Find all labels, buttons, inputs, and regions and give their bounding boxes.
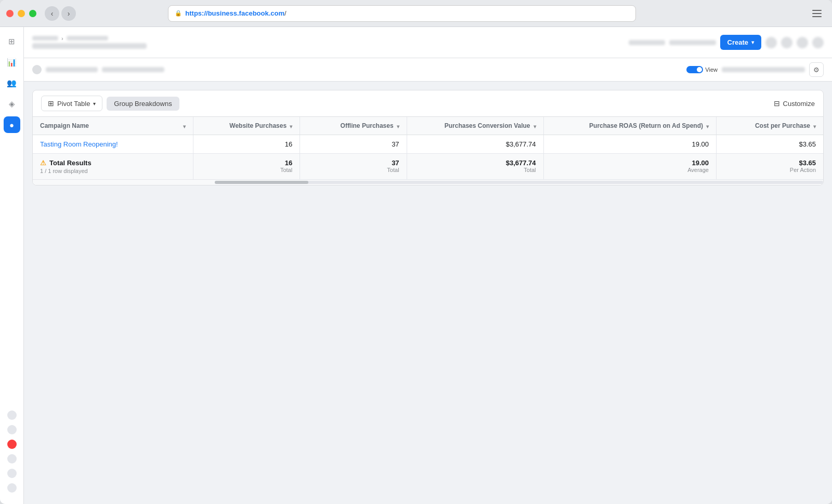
top-right-blurred-2 — [669, 40, 716, 45]
forward-button[interactable]: › — [61, 6, 76, 21]
back-button[interactable]: ‹ — [45, 6, 59, 21]
warning-icon: ⚠ — [40, 159, 46, 167]
top-right-avatar-1 — [765, 37, 777, 48]
col-header-purchases-conversion[interactable]: Purchases Conversion Value ▾ — [407, 117, 543, 135]
nav-buttons: ‹ › — [45, 6, 76, 21]
total-website-purchases: 16 Total — [193, 154, 300, 180]
breadcrumb-separator: › — [61, 35, 63, 42]
scrollbar-thumb[interactable] — [215, 181, 308, 184]
main-area: › Create ▾ — [24, 27, 832, 504]
sub-nav — [32, 43, 147, 50]
minimize-button[interactable] — [18, 10, 25, 17]
col-header-campaign-name[interactable]: Campaign Name ▾ — [33, 117, 193, 135]
top-bar: › Create ▾ — [24, 27, 832, 58]
scrollbar-track — [215, 181, 823, 184]
table-toolbar: ⊞ Pivot Table ▾ Group Breakdowns ⊟ Custo… — [33, 90, 823, 117]
url-text: https://business.facebook.com/ — [185, 9, 286, 17]
sidebar-icon-chart[interactable]: 📊 — [4, 54, 20, 71]
group-breakdowns-button[interactable]: Group Breakdowns — [107, 97, 179, 111]
cell-website-purchases: 16 — [193, 135, 300, 154]
close-button[interactable] — [6, 10, 14, 17]
filter-settings-button[interactable]: ⚙ — [809, 62, 824, 77]
sidebar-icon-bottom-6[interactable] — [7, 483, 17, 493]
total-results-row: ⚠ Total Results 1 / 1 row displayed 16 T… — [33, 154, 823, 180]
sidebar-icon-bottom-3[interactable] — [7, 440, 17, 449]
cell-cost-per-purchase: $3.65 — [716, 135, 823, 154]
campaign-name-link[interactable]: Tasting Room Reopening! — [40, 140, 118, 148]
toggle-switch[interactable] — [686, 66, 703, 73]
sort-arrow-website-purchases: ▾ — [290, 124, 292, 129]
sidebar-icon-grid[interactable]: ⊞ — [4, 33, 20, 50]
total-cost-per-purchase: $3.65 Per Action — [716, 154, 823, 180]
row-count: 1 / 1 row displayed — [40, 168, 186, 174]
filter-bar-icon — [32, 65, 42, 74]
sidebar-icon-people[interactable]: 👥 — [4, 75, 20, 91]
total-label: ⚠ Total Results — [40, 159, 186, 167]
cell-offline-purchases: 37 — [300, 135, 407, 154]
sort-arrow-offline-purchases: ▾ — [397, 124, 399, 129]
col-header-cost-per-purchase[interactable]: Cost per Purchase ▾ — [716, 117, 823, 135]
top-right-avatar-2 — [781, 37, 792, 48]
customize-button[interactable]: ⊟ Customize — [774, 99, 815, 108]
table-row: Tasting Room Reopening! 16 37 $3,677.74 — [33, 135, 823, 154]
sub-nav-blurred — [32, 43, 147, 49]
toggle-label: View — [705, 67, 718, 73]
sort-arrow-cost-per-purchase: ▾ — [813, 124, 816, 129]
top-right-blurred-1 — [629, 40, 665, 45]
cell-purchases-conversion-value: $3,677.74 — [407, 135, 543, 154]
create-button-chevron: ▾ — [751, 39, 754, 45]
table-header-row: Campaign Name ▾ Website Purchases ▾ — [33, 117, 823, 135]
sort-arrow-purchases-conversion: ▾ — [534, 124, 536, 129]
sidebar-icon-active[interactable]: ● — [4, 116, 20, 133]
sidebar-icon-tag[interactable]: ◈ — [4, 96, 20, 112]
horizontal-scrollbar[interactable] — [33, 180, 823, 185]
cell-campaign-name: Tasting Room Reopening! — [33, 135, 193, 154]
lock-icon: 🔒 — [175, 10, 182, 17]
top-right-avatar-4 — [812, 37, 824, 48]
sort-arrow-campaign: ▾ — [183, 124, 186, 129]
breadcrumb-current — [67, 36, 108, 41]
breadcrumb-reports — [32, 36, 58, 41]
breadcrumb: › — [32, 35, 147, 42]
filter-bar: View ⚙ — [24, 58, 832, 82]
create-button[interactable]: Create ▾ — [720, 35, 761, 50]
date-range-blurred — [722, 67, 805, 72]
pivot-table-label: Pivot Table — [57, 100, 90, 108]
top-right-avatar-3 — [797, 37, 808, 48]
maximize-button[interactable] — [29, 10, 36, 17]
cell-purchase-roas: 19.00 — [543, 135, 716, 154]
sort-arrow-purchase-roas: ▾ — [706, 124, 709, 129]
col-header-offline-purchases[interactable]: Offline Purchases ▾ — [300, 117, 407, 135]
table-wrapper: ⊞ Pivot Table ▾ Group Breakdowns ⊟ Custo… — [32, 90, 824, 185]
sidebar-icon-bottom-1[interactable] — [7, 410, 17, 420]
filter-blurred-2 — [102, 67, 164, 72]
url-bar[interactable]: 🔒 https://business.facebook.com/ — [168, 5, 636, 22]
col-header-website-purchases[interactable]: Website Purchases ▾ — [193, 117, 300, 135]
total-offline-purchases: 37 Total — [300, 154, 407, 180]
menu-icon[interactable] — [808, 6, 826, 21]
create-button-label: Create — [727, 38, 748, 46]
sub-nav-link[interactable] — [32, 43, 147, 50]
table-container[interactable]: ⊞ Pivot Table ▾ Group Breakdowns ⊟ Custo… — [24, 82, 832, 504]
total-label-cell: ⚠ Total Results 1 / 1 row displayed — [33, 154, 193, 180]
traffic-lights — [6, 10, 36, 17]
pivot-table-icon: ⊞ — [48, 99, 54, 108]
top-bar-left: › — [32, 35, 147, 50]
sidebar-icon-bottom-5[interactable] — [7, 469, 17, 478]
top-bar-right: Create ▾ — [629, 35, 824, 50]
filter-toggle: View — [686, 66, 718, 73]
total-purchase-roas: 19.00 Average — [543, 154, 716, 180]
sidebar-icon-bottom-2[interactable] — [7, 425, 17, 434]
left-sidebar: ⊞ 📊 👥 ◈ ● — [0, 27, 24, 504]
col-header-purchase-roas[interactable]: Purchase ROAS (Return on Ad Spend) ▾ — [543, 117, 716, 135]
data-table: Campaign Name ▾ Website Purchases ▾ — [33, 117, 823, 180]
sidebar-icon-bottom-4[interactable] — [7, 454, 17, 463]
customize-label: Customize — [783, 100, 815, 108]
total-purchases-conversion-value: $3,677.74 Total — [407, 154, 543, 180]
pivot-table-button[interactable]: ⊞ Pivot Table ▾ — [41, 96, 102, 111]
filter-blurred-1 — [46, 67, 98, 72]
title-bar: ‹ › 🔒 https://business.facebook.com/ — [0, 0, 832, 27]
group-breakdowns-label: Group Breakdowns — [114, 100, 172, 108]
pivot-table-chevron: ▾ — [93, 101, 96, 107]
customize-icon: ⊟ — [774, 99, 780, 108]
